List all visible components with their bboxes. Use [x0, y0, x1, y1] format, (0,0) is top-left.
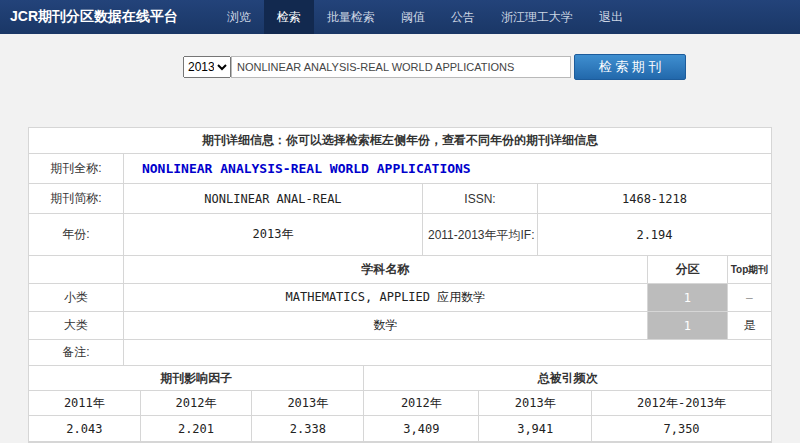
impact-factor-section-header: 期刊影响因子: [29, 366, 364, 391]
metric-value-row: 2.043 2.201 2.338 3,409 3,941 7,350: [29, 416, 771, 442]
full-name-value: NONLINEAR ANALYSIS-REAL WORLD APPLICATIO…: [124, 154, 771, 184]
year-select[interactable]: 2013: [183, 56, 231, 78]
full-name-label: 期刊全称:: [29, 154, 124, 184]
metric-col-header: 2013年: [479, 391, 592, 416]
metric-section-header-row: 期刊影响因子 总被引频次: [29, 366, 771, 391]
nav-item-threshold[interactable]: 阈值: [388, 0, 438, 34]
avg-if-value: 2.194: [538, 214, 771, 256]
big-class-partition: 1: [648, 312, 728, 340]
journal-detail-panel: 期刊详细信息：你可以选择检索框左侧年份，查看不同年份的期刊详细信息 期刊全称: …: [28, 127, 772, 443]
avg-if-label: 2011-2013年平均IF:: [423, 214, 538, 256]
nav-item-university[interactable]: 浙江理工大学: [488, 0, 586, 34]
metric-value: 2.338: [252, 416, 364, 442]
detail-header-row: 期刊详细信息：你可以选择检索框左侧年份，查看不同年份的期刊详细信息: [29, 128, 771, 154]
remark-value: [124, 340, 771, 366]
metric-value: 3,941: [479, 416, 592, 442]
remark-row: 备注:: [29, 340, 771, 366]
search-strip: 2013 检 索 期 刊: [0, 34, 800, 100]
issn-value: 1468-1218: [538, 184, 771, 214]
detail-header: 期刊详细信息：你可以选择检索框左侧年份，查看不同年份的期刊详细信息: [29, 128, 771, 154]
search-row: 2013 检 索 期 刊: [183, 54, 686, 80]
small-class-partition: 1: [648, 284, 728, 312]
subject-name-header: 学科名称: [124, 256, 648, 284]
short-name-row: 期刊简称: NONLINEAR ANAL-REAL ISSN: 1468-121…: [29, 184, 771, 214]
small-class-label: 小类: [29, 284, 124, 312]
full-name-row: 期刊全称: NONLINEAR ANALYSIS-REAL WORLD APPL…: [29, 154, 771, 184]
remark-label: 备注:: [29, 340, 124, 366]
metric-col-header: 2011年: [29, 391, 141, 416]
year-label: 年份:: [29, 214, 124, 256]
nav-item-batch-search[interactable]: 批量检索: [314, 0, 388, 34]
metric-col-header: 2012年: [364, 391, 479, 416]
year-value: 2013年: [124, 214, 423, 256]
metric-value: 3,409: [364, 416, 479, 442]
short-name-value: NONLINEAR ANAL-REAL: [124, 184, 423, 214]
app-title: JCR期刊分区数据在线平台: [0, 0, 188, 34]
small-class-top: –: [728, 284, 771, 312]
big-class-top: 是: [728, 312, 771, 340]
metric-col-header: 2012年-2013年: [592, 391, 771, 416]
small-class-row: 小类 MATHEMATICS, APPLIED 应用数学 1 –: [29, 284, 771, 312]
search-journal-button[interactable]: 检 索 期 刊: [574, 54, 686, 80]
big-class-subject: 数学: [124, 312, 648, 340]
nav-item-logout[interactable]: 退出: [586, 0, 636, 34]
metric-col-header: 2013年: [252, 391, 364, 416]
nav-item-browse[interactable]: 浏览: [214, 0, 264, 34]
metric-value: 2.043: [29, 416, 141, 442]
top-journal-header: Top期刊: [728, 256, 771, 284]
partition-header: 分区: [648, 256, 728, 284]
subject-header-spacer: [29, 256, 124, 284]
nav-menu: 浏览 检索 批量检索 阈值 公告 浙江理工大学 退出: [214, 0, 636, 34]
total-cites-section-header: 总被引频次: [364, 366, 771, 391]
nav-item-search[interactable]: 检索: [264, 0, 314, 34]
top-navbar: JCR期刊分区数据在线平台 浏览 检索 批量检索 阈值 公告 浙江理工大学 退出: [0, 0, 800, 34]
year-row: 年份: 2013年 2011-2013年平均IF: 2.194: [29, 214, 771, 256]
metric-value: 2.201: [141, 416, 253, 442]
issn-label: ISSN:: [423, 184, 538, 214]
metric-col-header: 2012年: [141, 391, 253, 416]
journal-search-input[interactable]: [231, 56, 571, 78]
big-class-row: 大类 数学 1 是: [29, 312, 771, 340]
big-class-label: 大类: [29, 312, 124, 340]
small-class-subject: MATHEMATICS, APPLIED 应用数学: [124, 284, 648, 312]
metric-value: 7,350: [592, 416, 771, 442]
nav-item-announcement[interactable]: 公告: [438, 0, 488, 34]
subject-header-row: 学科名称 分区 Top期刊: [29, 256, 771, 284]
short-name-label: 期刊简称:: [29, 184, 124, 214]
metric-col-header-row: 2011年 2012年 2013年 2012年 2013年 2012年-2013…: [29, 391, 771, 416]
